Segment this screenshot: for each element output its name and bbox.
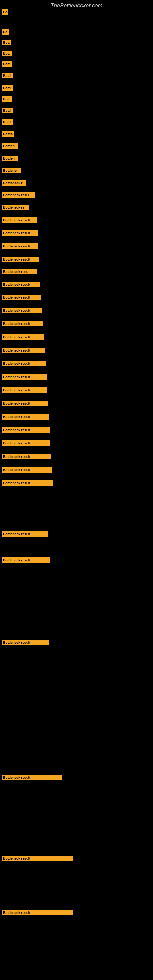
result-item: Bottleneck result	[2, 441, 51, 446]
result-badge: Bottleneck re	[2, 205, 29, 210]
result-badge: Bott	[2, 97, 12, 102]
result-badge: Bottleneck result	[2, 441, 51, 446]
result-item: Bottl	[2, 73, 13, 78]
result-badge: Bottleneck result	[2, 334, 45, 340]
result-item: Bottleneck re	[2, 205, 29, 210]
result-item: Bottleneck result	[2, 308, 42, 313]
result-badge: Bottleneck result	[2, 910, 73, 915]
result-badge: Bottleneck result	[2, 531, 48, 537]
result-badge: Bottleneck resul	[2, 192, 35, 198]
result-item: Bottleneck result	[2, 640, 49, 645]
result-badge: Bo	[2, 9, 8, 15]
result-badge: Bottleneck result	[2, 374, 47, 380]
result-badge: Bottlen	[2, 143, 18, 149]
result-badge: Bottleneck result	[2, 361, 46, 366]
result-item: Bo	[2, 29, 9, 35]
result-item: Bottleneck result	[2, 230, 38, 236]
result-item: Bottleneck result	[2, 910, 73, 915]
result-badge: Bottleneck result	[2, 243, 38, 249]
result-badge: Bottle	[2, 131, 14, 137]
result-badge: Bottl	[2, 108, 13, 113]
result-item: Bottleneck result	[2, 480, 53, 486]
result-badge: Bottleneck result	[2, 348, 45, 353]
result-badge: Bottleneck result	[2, 321, 43, 326]
result-item: Bottleneck result	[2, 531, 48, 537]
result-item: Bottlen	[2, 156, 18, 161]
result-item: Bottleneck result	[2, 856, 73, 861]
result-item: Bottleneck resul	[2, 192, 35, 198]
result-badge: Bottl	[2, 73, 13, 78]
result-item: Bottleneck result	[2, 414, 49, 420]
result-item: Bottleneck result	[2, 557, 50, 563]
result-item: Bottleneck result	[2, 775, 62, 780]
result-badge: Bottleneck result	[2, 294, 41, 300]
result-badge: Bottleneck result	[2, 775, 62, 780]
result-item: Bott	[2, 97, 12, 102]
result-item: Bottleneck result	[2, 467, 52, 473]
result-item: Bottleneck result	[2, 334, 45, 340]
result-item: Bottleneck r	[2, 180, 26, 186]
result-item: Bottleneck result	[2, 294, 41, 300]
result-badge: Bottlene	[2, 168, 21, 173]
result-badge: Bottlen	[2, 156, 18, 161]
result-badge: Bott	[2, 51, 12, 56]
result-item: Bottleneck result	[2, 257, 39, 262]
result-badge: Bottleneck result	[2, 282, 40, 287]
result-badge: Bo	[2, 29, 9, 35]
result-badge: Bottleneck result	[2, 218, 37, 223]
result-item: Bottleneck result	[2, 243, 38, 249]
result-badge: Bottl	[2, 85, 13, 91]
result-badge: Bottleneck result	[2, 308, 42, 313]
result-badge: Bottleneck result	[2, 557, 50, 563]
result-item: Bottleneck result	[2, 401, 48, 406]
result-item: Bottl	[2, 85, 13, 91]
result-badge: Bottleneck result	[2, 257, 39, 262]
result-item: Bottleneck result	[2, 348, 45, 353]
result-badge: Bott	[2, 40, 11, 45]
page-container: TheBottlenecker.com BoBoBottBottBottBott…	[0, 0, 153, 980]
result-badge: Bottleneck result	[2, 480, 53, 486]
result-item: Bottleneck result	[2, 218, 37, 223]
result-badge: Bottleneck result	[2, 640, 49, 645]
result-badge: Bottl	[2, 119, 13, 125]
result-badge: Bottleneck result	[2, 454, 51, 460]
result-badge: Bottleneck r	[2, 180, 26, 186]
result-item: Bottl	[2, 108, 13, 113]
result-item: Bottleneck result	[2, 454, 51, 460]
result-item: Bottle	[2, 131, 14, 137]
result-badge: Bottleneck result	[2, 856, 73, 861]
result-badge: Bott	[2, 61, 12, 67]
result-item: Bott	[2, 51, 12, 56]
result-badge: Bottleneck result	[2, 401, 48, 406]
result-item: Bottleneck result	[2, 282, 40, 287]
result-item: Bottleneck result	[2, 321, 43, 326]
result-badge: Bottleneck result	[2, 387, 48, 393]
result-item: Bottleneck result	[2, 387, 48, 393]
result-item: Bo	[2, 9, 8, 15]
result-item: Bottleneck result	[2, 374, 47, 380]
result-item: Bottlene	[2, 168, 21, 173]
result-item: Bottleneck result	[2, 361, 46, 366]
result-badge: Bottleneck result	[2, 467, 52, 473]
result-item: Bottleneck resu	[2, 269, 37, 274]
result-item: Bottleneck result	[2, 427, 50, 433]
site-title: TheBottlenecker.com	[0, 0, 153, 11]
result-badge: Bottleneck resu	[2, 269, 37, 274]
result-item: Bottlen	[2, 143, 18, 149]
result-item: Bott	[2, 40, 11, 45]
result-item: Bott	[2, 61, 12, 67]
result-badge: Bottleneck result	[2, 427, 50, 433]
result-item: Bottl	[2, 119, 13, 125]
result-badge: Bottleneck result	[2, 230, 38, 236]
result-badge: Bottleneck result	[2, 414, 49, 420]
